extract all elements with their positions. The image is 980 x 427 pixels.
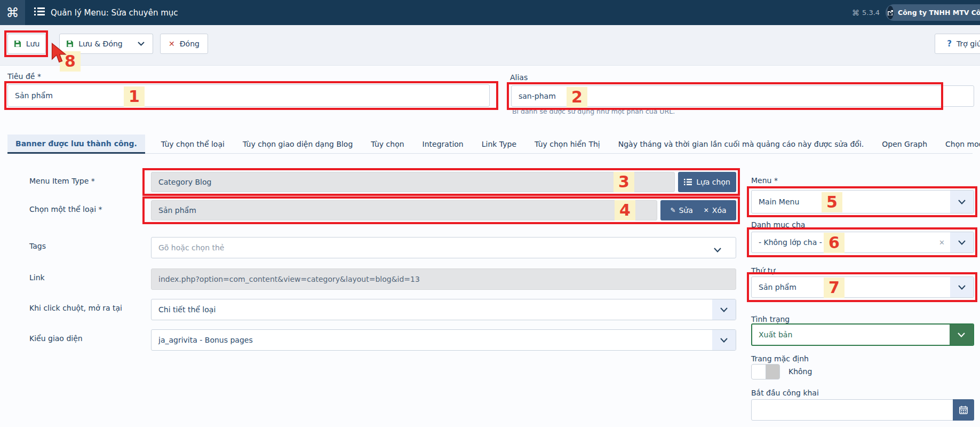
tags-label: Tags bbox=[29, 242, 46, 250]
annotation-box-1 bbox=[4, 81, 498, 110]
chevron-down-icon bbox=[950, 325, 973, 345]
cursor-arrow-icon bbox=[50, 43, 70, 67]
chevron-down-icon bbox=[712, 330, 736, 350]
tab-link-type[interactable]: Link Type bbox=[480, 135, 519, 153]
tab-options[interactable]: Tùy chọn bbox=[369, 135, 406, 153]
default-page-label: Trang mặc định bbox=[751, 354, 809, 363]
tab-module-assignment[interactable]: Chọn module cho menu này bbox=[943, 135, 980, 153]
tab-display-options[interactable]: Tùy chọn hiển Thị bbox=[532, 135, 602, 153]
annotation-box-4 bbox=[142, 196, 740, 224]
tab-publishing[interactable]: Ngày tháng và thời gian lần cuối mà quản… bbox=[616, 135, 866, 153]
tags-input[interactable] bbox=[151, 237, 736, 258]
top-navbar: ⌘ Quản lý Menu: Sửa chuyên mục ⌘ 5.3.4 C… bbox=[0, 0, 980, 25]
annotation-box-6 bbox=[747, 227, 977, 257]
joomla-version-icon: ⌘ bbox=[852, 9, 859, 17]
template-style-select[interactable]: ja_agrivita - Bonus pages bbox=[151, 329, 736, 351]
form-tabs: Banner được lưu thành công. Tùy chọn thể… bbox=[7, 135, 973, 154]
default-page-value: Không bbox=[788, 367, 812, 376]
annotation-box-7 bbox=[747, 272, 977, 302]
joomla-logo-icon[interactable]: ⌘ bbox=[0, 0, 25, 25]
template-style-value: ja_agrivita - Bonus pages bbox=[158, 336, 253, 344]
help-button-label: Trợ giúp bbox=[957, 39, 980, 48]
link-label: Link bbox=[29, 273, 45, 282]
publish-start-input[interactable] bbox=[751, 399, 974, 421]
tab-integration[interactable]: Integration bbox=[420, 135, 466, 153]
annotation-number-6: 6 bbox=[824, 233, 844, 253]
page-title: Quản lý Menu: Sửa chuyên mục bbox=[51, 8, 178, 18]
annotation-number-4: 4 bbox=[615, 200, 635, 220]
annotation-box-3 bbox=[142, 168, 740, 196]
annotation-box-8 bbox=[4, 30, 48, 57]
target-window-value: Chi tiết thể loại bbox=[158, 305, 216, 314]
tab-blog-layout-options[interactable]: Tùy chọn giao diện dạng Blog bbox=[241, 135, 355, 153]
annotation-number-1: 1 bbox=[124, 86, 145, 107]
chevron-down-icon bbox=[712, 299, 736, 320]
alias-field-label: Alias bbox=[510, 73, 528, 82]
status-select[interactable]: Xuất bản bbox=[751, 323, 974, 346]
annotation-box-5 bbox=[747, 186, 977, 217]
close-icon: ✕ bbox=[169, 39, 175, 48]
chevron-down-icon bbox=[138, 42, 145, 46]
close-button[interactable]: ✕ Đóng bbox=[160, 34, 208, 54]
target-window-label: Khi click chuột, mở ra tại bbox=[29, 304, 122, 312]
company-menu-button[interactable]: Công ty TNHH MTV Công Ngh bbox=[886, 4, 980, 21]
status-value: Xuất bản bbox=[759, 330, 792, 339]
toggle-knob bbox=[752, 365, 766, 379]
company-name: Công ty TNHH MTV Công Ngh bbox=[898, 9, 980, 17]
version-label: 5.3.4 bbox=[862, 9, 880, 17]
external-link-icon bbox=[887, 6, 894, 19]
menu-assignment-label: Menu * bbox=[751, 176, 778, 185]
template-style-label: Kiểu giao diện bbox=[29, 334, 83, 343]
status-label: Tình trạng bbox=[751, 315, 790, 323]
annotation-number-2: 2 bbox=[567, 87, 587, 107]
help-button[interactable]: ? Trợ giúp bbox=[935, 34, 980, 54]
save-close-button-label: Lưu & Đóng bbox=[78, 39, 123, 48]
calendar-button[interactable] bbox=[953, 399, 974, 421]
annotation-number-3: 3 bbox=[614, 172, 634, 192]
menu-item-type-label: Menu Item Type * bbox=[29, 177, 95, 185]
annotation-number-5: 5 bbox=[822, 192, 842, 212]
help-icon: ? bbox=[947, 39, 952, 49]
link-field: index.php?option=com_content&view=catego… bbox=[151, 268, 736, 290]
tab-open-graph[interactable]: Open Graph bbox=[880, 135, 929, 153]
calendar-icon bbox=[959, 406, 968, 414]
category-label: Chọn một thể loại * bbox=[29, 205, 102, 213]
annotation-number-7: 7 bbox=[824, 278, 844, 298]
tab-details[interactable]: Banner được lưu thành công. bbox=[7, 135, 145, 154]
title-field-label: Tiêu đề * bbox=[7, 72, 41, 81]
menu-list-icon bbox=[34, 7, 45, 18]
tags-chevron-down-icon[interactable] bbox=[714, 244, 721, 255]
publish-start-label: Bắt đầu công khai bbox=[751, 389, 819, 397]
save-options-caret-button[interactable] bbox=[129, 34, 153, 54]
default-page-toggle[interactable] bbox=[751, 364, 780, 379]
target-window-select[interactable]: Chi tiết thể loại bbox=[151, 299, 736, 320]
tab-category-options[interactable]: Tùy chọn thể loại bbox=[159, 135, 227, 153]
close-button-label: Đóng bbox=[180, 39, 200, 48]
